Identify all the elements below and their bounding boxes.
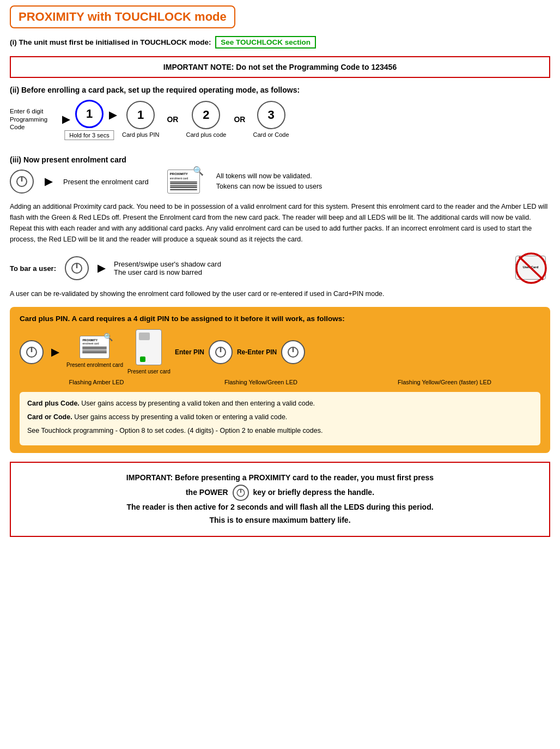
important-note-box: IMPORTANT NOTE: Do not set the Programmi… (10, 56, 550, 78)
btn-card-code[interactable]: 2 (192, 101, 220, 129)
led-yellow-green: Flashing Yellow/Green LED (206, 379, 315, 385)
pin-enrol-card-img: 🔍 PROXIMITY enrolment card (80, 336, 109, 359)
no-symbol-svg (512, 252, 550, 284)
power-icon-pin1[interactable] (20, 340, 44, 364)
see-touchlock-line: See Touchlock programming - Option 8 to … (27, 426, 533, 436)
or-2: OR (234, 115, 245, 124)
step2-title: (ii) Before enrolling a card pack, set u… (10, 86, 550, 94)
power-icon-pin3[interactable] (281, 340, 305, 364)
arrow-2: ▶ (109, 109, 117, 121)
svg-line-5 (519, 257, 543, 280)
revalidate-text: A user can be re-validated by showing th… (10, 288, 550, 299)
barred-card-container: User Card (512, 252, 550, 284)
led-yellow-green-fast: Flashing Yellow/Green (faster) LED (382, 379, 507, 385)
flow-label-user: Present user card (127, 369, 171, 374)
init-note-text: (i) The unit must first be initialised i… (10, 38, 211, 46)
init-note: (i) The unit must first be initialised i… (10, 36, 550, 49)
bar-swipe-text: Present/swipe user's shadow card The use… (114, 260, 221, 276)
bar-swipe-text2: The user card is now barred (114, 268, 202, 276)
final-box-line2-text: the POWER (186, 488, 228, 497)
all-tokens-line1: All tokens will now be validated. (216, 172, 312, 180)
power-icon-pin2[interactable] (209, 340, 233, 364)
orange-box-title: Card plus PIN. A card requires a 4 digit… (20, 315, 540, 323)
mode3-label: Card or Code (253, 131, 289, 138)
pin-flow-power3 (281, 340, 305, 364)
power-icon-final[interactable] (233, 485, 249, 501)
final-box-line3-text: key or briefly depress the handle. (253, 488, 375, 497)
enrol-card-image: 🔍 PROXIMITY enrolment card (167, 170, 200, 194)
final-important-box: IMPORTANT: Before presenting a PROXIMITY… (10, 462, 550, 536)
btn-card-pin[interactable]: 1 (126, 101, 155, 129)
pin-flow-power2 (209, 340, 233, 364)
btn-card-or-code[interactable]: 3 (257, 101, 285, 129)
all-tokens-text: All tokens will now be validated. Tokens… (216, 171, 550, 192)
mode2-label: Card plus code (186, 131, 226, 138)
mode1-label: Card plus PIN (122, 131, 159, 138)
magnify-icon: 🔍 (193, 166, 204, 176)
power-icon-enrol[interactable] (10, 170, 34, 194)
power-svg-pin3 (287, 346, 300, 359)
orange-box: Card plus PIN. A card requires a 4 digit… (10, 307, 550, 453)
power-svg-pin1 (25, 346, 38, 359)
mode-card-pin-col: 1 Card plus PIN (122, 101, 159, 138)
page-title: PROXIMITY with TOUCHLOCK mode (10, 5, 235, 28)
bar-user-row: To bar a user: ▶ Present/swipe user's sh… (10, 252, 550, 284)
led-amber: Flashing Amber LED (53, 379, 140, 385)
final-line2: the POWER key or briefly depress the han… (22, 485, 538, 501)
power-svg-final (236, 488, 246, 498)
arrow-enrol: ▶ (45, 176, 52, 188)
power-icon-bar[interactable] (65, 256, 89, 280)
step3-title: (iii) Now present enrolment card (10, 155, 550, 164)
enter-label: Enter 6 digit Programming Code (10, 107, 53, 132)
reenter-pin-text: Re-Enter PIN (237, 348, 277, 356)
enter-pin-text: Enter PIN (175, 348, 204, 356)
touchlock-link[interactable]: See TOUCHLOCK section (215, 36, 316, 49)
power-svg-pin2 (214, 346, 227, 359)
final-line5: This is to ensure maximum battery life. (22, 514, 538, 527)
card-or-code-title: Card or Code. (27, 413, 72, 421)
step3-section: (iii) Now present enrolment card ▶ Prese… (10, 155, 550, 194)
pin-flow-row: ▶ 🔍 PROXIMITY enrolment card Present enr… (20, 329, 540, 374)
flow-label-enrol: Present enrolment card (66, 362, 123, 368)
bar-swipe-text1: Present/swipe user's shadow card (114, 260, 221, 268)
pin-flow-power1 (20, 340, 44, 364)
pin-flow-enter-pin: Enter PIN (175, 348, 204, 356)
all-tokens-line2: Tokens can now be issued to users (216, 183, 322, 190)
arrow-1: ▶ (62, 113, 70, 125)
hold-label: Hold for 3 secs (64, 130, 114, 140)
codes-info-box: Card plus Code. User gains access by pre… (20, 392, 540, 445)
mode-1-col: 1 Hold for 3 secs (75, 100, 104, 128)
final-line1: IMPORTANT: Before presenting a PROXIMITY… (22, 472, 538, 485)
card-or-code-line: Card or Code. User gains access by prese… (27, 412, 533, 422)
arrow-pin1: ▶ (51, 346, 59, 358)
green-dot (140, 357, 145, 362)
card-plus-code-text: User gains access by presenting a valid … (81, 400, 315, 407)
pin-flow-user-card: Present user card (127, 329, 171, 374)
pin-flow-reenter: Re-Enter PIN (237, 348, 277, 356)
mode-selection-row: Enter 6 digit Programming Code ▶ 1 Hold … (10, 100, 550, 139)
present-enrol-text: Present the enrolment card (63, 178, 149, 186)
card-plus-code-title: Card plus Code. (27, 400, 80, 407)
card-chip (139, 333, 150, 340)
adding-para: Adding an additional Proximity card pack… (10, 201, 550, 245)
or-1: OR (167, 115, 178, 124)
led-row: Flashing Amber LED Flashing Yellow/Green… (20, 379, 540, 385)
card-or-code-text: User gains access by presenting a valid … (74, 413, 287, 421)
pin-flow-enrol-card: 🔍 PROXIMITY enrolment card Present enrol… (66, 336, 123, 368)
enrol-row: ▶ Present the enrolment card 🔍 PROXIMITY… (10, 170, 550, 194)
power-svg-enrol (15, 175, 28, 188)
orange-box-sub: A card requires a 4 digit PIN to be assi… (72, 315, 345, 323)
final-line4: The reader is then active for 2 seconds … (22, 501, 538, 514)
mode-card-or-code-col: 3 Card or Code (253, 101, 289, 138)
btn-1[interactable]: 1 (75, 100, 104, 128)
bar-user-label: To bar a user: (10, 264, 56, 273)
arrow-bar: ▶ (98, 262, 105, 274)
important-note-text: IMPORTANT NOTE: Do not set the Programmi… (163, 63, 397, 71)
orange-box-title-text: Card plus PIN. (20, 315, 70, 323)
card-plus-code-line: Card plus Code. User gains access by pre… (27, 398, 533, 409)
user-card-img (136, 329, 162, 365)
power-svg-bar (70, 262, 83, 275)
pin-magnify-icon: 🔍 (104, 333, 113, 341)
mode-card-code-col: 2 Card plus code (186, 101, 226, 138)
final-box-line1-text: IMPORTANT: Before presenting a PROXIMITY… (126, 473, 434, 482)
